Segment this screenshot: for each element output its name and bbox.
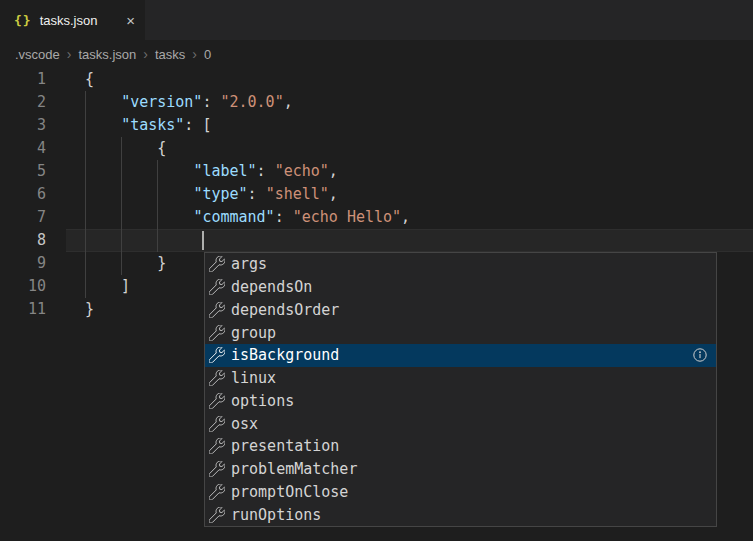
suggest-label: dependsOn — [231, 278, 312, 296]
suggest-label: options — [231, 392, 294, 410]
suggest-item-promptOnClose[interactable]: promptOnClose — [205, 481, 716, 504]
chevron-right-icon: › — [192, 47, 197, 61]
code-text: "label": "echo", — [46, 160, 338, 183]
suggest-label: linux — [231, 369, 276, 387]
line-number: 2 — [0, 91, 46, 114]
property-wrench-icon — [209, 393, 225, 409]
suggest-item-linux[interactable]: linux — [205, 367, 716, 390]
suggest-label: problemMatcher — [231, 460, 357, 478]
suggest-label: presentation — [231, 437, 339, 455]
line-number: 10 — [0, 275, 46, 298]
property-wrench-icon — [209, 256, 225, 272]
property-wrench-icon — [209, 461, 225, 477]
breadcrumb-item[interactable]: 0 — [204, 47, 211, 62]
suggest-item-osx[interactable]: osx — [205, 412, 716, 435]
property-wrench-icon — [209, 484, 225, 500]
suggest-widget: argsdependsOndependsOrdergroupisBackgrou… — [204, 252, 717, 527]
json-icon: {} — [14, 13, 32, 28]
code-line[interactable]: 4 { — [0, 137, 753, 160]
line-number: 8 — [0, 229, 46, 252]
tab-tasks-json[interactable]: {} tasks.json × — [0, 0, 145, 40]
suggest-item-dependsOrder[interactable]: dependsOrder — [205, 299, 716, 322]
code-text: } — [46, 298, 94, 321]
line-number: 11 — [0, 298, 46, 321]
line-number: 3 — [0, 114, 46, 137]
suggest-item-presentation[interactable]: presentation — [205, 435, 716, 458]
info-icon[interactable] — [692, 347, 708, 363]
suggest-item-dependsOn[interactable]: dependsOn — [205, 276, 716, 299]
suggest-item-runOptions[interactable]: runOptions — [205, 503, 716, 526]
suggest-item-problemMatcher[interactable]: problemMatcher — [205, 458, 716, 481]
code-line[interactable]: 1{ — [0, 68, 753, 91]
suggest-label: runOptions — [231, 506, 321, 524]
chevron-right-icon: › — [67, 47, 72, 61]
vscode-window: { "tab": { "icon": "{}", "title": "tasks… — [0, 0, 753, 541]
suggest-label: promptOnClose — [231, 483, 348, 501]
tab-bar: {} tasks.json × — [0, 0, 753, 40]
code-text: "tasks": [ — [46, 114, 211, 137]
breadcrumb: .vscode›tasks.json›tasks›0 — [0, 40, 753, 68]
suggest-label: osx — [231, 415, 258, 433]
code-line[interactable]: 5 "label": "echo", — [0, 160, 753, 183]
breadcrumb-item[interactable]: .vscode — [15, 47, 60, 62]
tab-title: tasks.json — [40, 13, 98, 28]
line-number: 4 — [0, 137, 46, 160]
line-number: 6 — [0, 183, 46, 206]
suggest-label: dependsOrder — [231, 301, 339, 319]
code-text: } — [46, 252, 166, 275]
breadcrumb-item[interactable]: tasks.json — [78, 47, 136, 62]
code-text: "version": "2.0.0", — [46, 91, 293, 114]
code-text: "type": "shell", — [46, 183, 338, 206]
code-text: ] — [46, 275, 130, 298]
code-line[interactable]: 8 — [0, 229, 753, 252]
breadcrumb-item[interactable]: tasks — [155, 47, 185, 62]
line-number: 5 — [0, 160, 46, 183]
code-line[interactable]: 3 "tasks": [ — [0, 114, 753, 137]
suggest-label: group — [231, 324, 276, 342]
property-wrench-icon — [209, 325, 225, 341]
property-wrench-icon — [209, 416, 225, 432]
code-line[interactable]: 6 "type": "shell", — [0, 183, 753, 206]
chevron-right-icon: › — [143, 47, 148, 61]
close-icon[interactable]: × — [126, 13, 135, 28]
code-text — [46, 229, 85, 252]
line-number: 9 — [0, 252, 46, 275]
line-number: 7 — [0, 206, 46, 229]
property-wrench-icon — [209, 370, 225, 386]
line-number: 1 — [0, 68, 46, 91]
code-text: { — [46, 68, 94, 91]
suggest-item-args[interactable]: args — [205, 253, 716, 276]
suggest-item-isBackground[interactable]: isBackground — [205, 344, 716, 367]
suggest-label: isBackground — [231, 346, 339, 364]
code-text: { — [46, 137, 166, 160]
property-wrench-icon — [209, 279, 225, 295]
text-cursor — [202, 231, 204, 250]
property-wrench-icon — [209, 438, 225, 454]
code-text: "command": "echo Hello", — [46, 206, 410, 229]
suggest-label: args — [231, 255, 267, 273]
property-wrench-icon — [209, 302, 225, 318]
property-wrench-icon — [209, 507, 225, 523]
code-line[interactable]: 2 "version": "2.0.0", — [0, 91, 753, 114]
suggest-item-options[interactable]: options — [205, 390, 716, 413]
property-wrench-icon — [209, 347, 225, 363]
suggest-item-group[interactable]: group — [205, 321, 716, 344]
code-line[interactable]: 7 "command": "echo Hello", — [0, 206, 753, 229]
